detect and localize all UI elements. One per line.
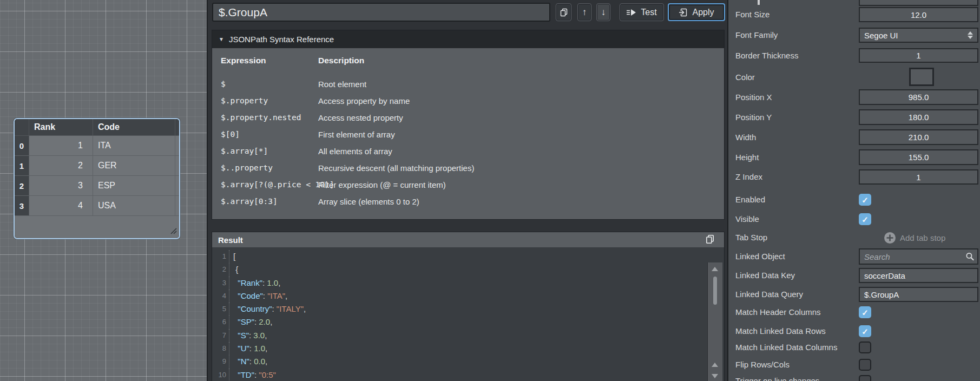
syntax-description: First element of array bbox=[318, 130, 395, 139]
prop-label: Font Size bbox=[735, 7, 769, 22]
code-text: "SP": 2.0, bbox=[229, 316, 272, 329]
scrollbar-up-arrow[interactable] bbox=[712, 267, 718, 271]
prop-row-match-linked-data-rows: Match Linked Data Rows✓ bbox=[728, 325, 980, 337]
syntax-expression: $.array[?(@.price < 10)] bbox=[221, 180, 334, 189]
syntax-description: Recursive descent (all matching properti… bbox=[318, 163, 474, 173]
prop-row-position-x: Position X bbox=[728, 89, 980, 105]
position-y-input[interactable] bbox=[859, 109, 978, 125]
linked-data-query-input[interactable] bbox=[859, 287, 978, 302]
prop-label: Flip Rows/Cols bbox=[735, 359, 790, 371]
border-thickness-input[interactable] bbox=[859, 48, 978, 63]
code-line: 10 "TD": "0:5" bbox=[214, 369, 707, 381]
match-linked-data-rows-checkbox[interactable]: ✓ bbox=[859, 325, 871, 337]
linked-object-search-input[interactable] bbox=[859, 248, 978, 265]
prop-label: Linked Object bbox=[735, 248, 785, 265]
enabled-checkbox[interactable]: ✓ bbox=[859, 194, 871, 206]
width-input[interactable] bbox=[859, 129, 978, 145]
query-input[interactable] bbox=[212, 3, 550, 22]
line-number: 2 bbox=[214, 263, 229, 276]
row-index: 1 bbox=[15, 156, 29, 176]
table-widget[interactable]: RankCode 01ITA12GER23ESP34USA bbox=[14, 118, 180, 239]
plus-circle-icon bbox=[884, 232, 896, 244]
check-icon: ✓ bbox=[861, 215, 869, 224]
syntax-row: $.property.nestedAccess nested property bbox=[212, 111, 724, 128]
code-text: "Country": "ITALY", bbox=[229, 303, 306, 316]
copy-result-icon[interactable] bbox=[705, 234, 715, 244]
syntax-description: Access nested property bbox=[318, 113, 403, 122]
cell-rank: 2 bbox=[29, 156, 93, 176]
prop-label: Position Y bbox=[735, 109, 772, 125]
visible-checkbox[interactable]: ✓ bbox=[859, 213, 871, 225]
chevron-down-icon: ▼ bbox=[219, 36, 224, 42]
jsonpath-query-panel: ↑ ↓ Test Apply ▼ JSONPath Syntax Referen… bbox=[207, 0, 727, 381]
syntax-expression: $[0] bbox=[221, 130, 240, 139]
prop-label: Linked Data Query bbox=[735, 287, 803, 302]
match-header-columns-checkbox[interactable]: ✓ bbox=[859, 306, 871, 318]
color-swatch[interactable] bbox=[909, 68, 934, 86]
match-linked-data-columns-checkbox[interactable] bbox=[859, 341, 871, 353]
line-number: 10 bbox=[214, 369, 229, 381]
prop-row-color: Color bbox=[728, 68, 980, 87]
code-line: 4 "Code": "ITA", bbox=[214, 290, 707, 303]
add-tab-stop-button[interactable]: Add tab stop bbox=[859, 231, 945, 245]
prop-row-linked-data-key: Linked Data Key bbox=[728, 268, 980, 283]
trigger-on-live-changes-checkbox[interactable] bbox=[859, 375, 871, 381]
line-number: 4 bbox=[214, 290, 229, 303]
prop-label: Border Thickness bbox=[735, 48, 798, 63]
height-input[interactable] bbox=[859, 149, 978, 165]
cell-extra bbox=[175, 136, 179, 156]
description-column-header: Description bbox=[318, 56, 364, 65]
cell-code: GER bbox=[93, 156, 175, 176]
cell-rank: 1 bbox=[29, 136, 93, 156]
syntax-row: $..propertyRecursive descent (all matchi… bbox=[212, 161, 724, 178]
result-scrollbar[interactable] bbox=[707, 262, 722, 381]
syntax-row: $Root element bbox=[212, 77, 724, 94]
syntax-reference-body: Expression Description $Root element$.pr… bbox=[212, 48, 724, 219]
code-text: "Rank": 1.0, bbox=[229, 277, 280, 290]
result-code-area: 1[2 {3 "Rank": 1.0,4 "Code": "ITA",5 "Co… bbox=[212, 247, 724, 381]
apply-button[interactable]: Apply bbox=[668, 3, 725, 21]
linked-data-key-input[interactable] bbox=[859, 268, 978, 283]
properties-panel: Font SizeFont FamilySegoe UIBorder Thick… bbox=[727, 0, 980, 381]
font-family-select[interactable]: Segoe UI bbox=[859, 28, 978, 43]
check-icon: ✓ bbox=[861, 308, 869, 317]
code-lines: 1[2 {3 "Rank": 1.0,4 "Code": "ITA",5 "Co… bbox=[214, 250, 707, 381]
scrollbar-bottom-up-arrow[interactable] bbox=[712, 363, 718, 367]
move-down-button[interactable]: ↓ bbox=[596, 3, 610, 21]
table-widget-empty-area bbox=[15, 216, 179, 238]
line-number: 3 bbox=[214, 277, 229, 290]
prop-row-enabled: Enabled✓ bbox=[728, 194, 980, 206]
test-button[interactable]: Test bbox=[620, 3, 664, 21]
column-header-extra bbox=[175, 119, 179, 136]
syntax-expression: $.array[0:3] bbox=[221, 197, 278, 206]
resize-grip-icon[interactable] bbox=[169, 227, 177, 237]
prop-label: Width bbox=[735, 129, 756, 145]
scrollbar-thumb[interactable] bbox=[713, 277, 717, 305]
prop-row-height: Height bbox=[728, 149, 980, 165]
prop-label: Linked Data Key bbox=[735, 268, 795, 283]
table-row: 34USA bbox=[15, 196, 179, 216]
position-x-input[interactable] bbox=[859, 89, 978, 105]
result-title: Result bbox=[218, 235, 243, 245]
move-up-button[interactable]: ↑ bbox=[577, 3, 591, 21]
table-row: 23ESP bbox=[15, 176, 179, 196]
scrollbar-down-arrow[interactable] bbox=[712, 374, 718, 378]
z-index-input[interactable] bbox=[859, 169, 978, 185]
result-header: Result bbox=[212, 232, 724, 247]
prop-row-font-size: Font Size bbox=[728, 7, 980, 22]
apply-icon bbox=[679, 8, 688, 17]
syntax-row: $.array[0:3]Array slice (elements 0 to 2… bbox=[212, 195, 724, 212]
cut-off-input[interactable] bbox=[859, 0, 978, 6]
cell-extra bbox=[175, 176, 179, 196]
syntax-description: Root element bbox=[318, 80, 366, 89]
syntax-reference-header[interactable]: ▼ JSONPath Syntax Reference bbox=[212, 30, 724, 48]
copy-query-button[interactable] bbox=[556, 3, 571, 21]
code-line: 2 { bbox=[214, 263, 707, 276]
flip-rows-cols-checkbox[interactable] bbox=[859, 359, 871, 371]
cell-rank: 4 bbox=[29, 196, 93, 216]
font-size-input[interactable] bbox=[859, 7, 978, 22]
line-number: 5 bbox=[214, 303, 229, 316]
cell-extra bbox=[175, 156, 179, 176]
prop-label: Visible bbox=[735, 213, 759, 225]
line-number: 9 bbox=[214, 355, 229, 368]
